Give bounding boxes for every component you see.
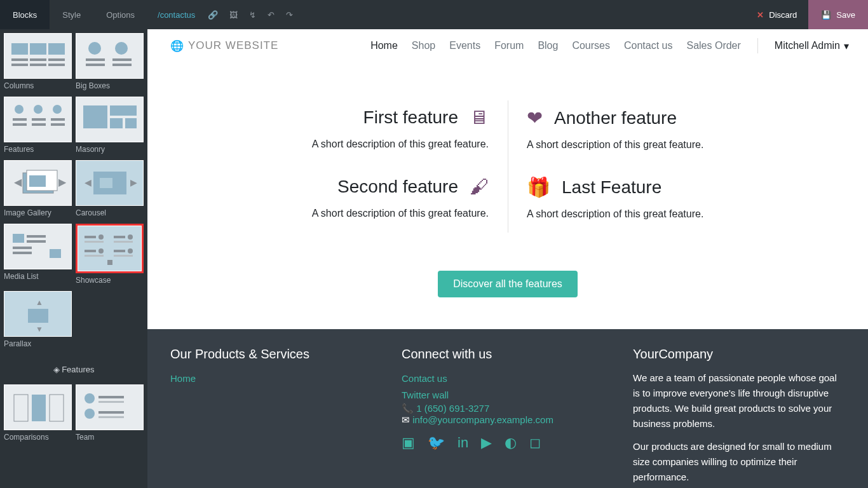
svg-point-44	[98, 234, 104, 240]
svg-text:▲: ▲	[36, 298, 43, 307]
footer-col-connect: Connect with us Contact us Twitter wall …	[402, 347, 614, 488]
block-carousel[interactable]: ◀▶Carousel	[76, 160, 144, 220]
svg-text:▶: ▶	[130, 177, 137, 187]
save-button[interactable]: 💾Save	[808, 0, 868, 29]
nav-forum[interactable]: Forum	[494, 40, 524, 51]
block-label: Big Boxes	[76, 81, 144, 93]
svg-rect-47	[85, 241, 104, 243]
site-nav: Home Shop Events Forum Blog Courses Cont…	[370, 38, 849, 53]
block-masonry[interactable]: Masonry	[76, 97, 144, 156]
cta-button[interactable]: Discover all the features	[438, 271, 578, 297]
nav-courses[interactable]: Courses	[572, 40, 610, 51]
svg-rect-42	[50, 249, 61, 258]
nav-blog[interactable]: Blog	[538, 40, 558, 51]
refresh-icon[interactable]: ↯	[249, 10, 256, 20]
svg-rect-22	[51, 118, 65, 121]
feature-4[interactable]: 🎁Last Feature A short description of thi…	[508, 170, 787, 239]
block-columns[interactable]: Columns	[4, 33, 72, 93]
svg-rect-30	[29, 175, 46, 187]
block-parallax[interactable]: ▲▼Parallax	[4, 291, 72, 351]
tab-options[interactable]: Options	[93, 0, 147, 29]
block-big-boxes[interactable]: Big Boxes	[76, 33, 144, 93]
envelope-icon: ✉	[402, 414, 410, 425]
footer-email[interactable]: info@yourcompany.example.com	[412, 414, 553, 425]
block-label: Carousel	[76, 208, 144, 220]
link-icon[interactable]: 🔗	[208, 10, 218, 20]
image-icon[interactable]: 🖼	[229, 10, 238, 20]
feature-3[interactable]: 🖌Second feature A short description of t…	[228, 170, 508, 239]
nav-contact[interactable]: Contact us	[624, 40, 672, 51]
linkedin-icon[interactable]: in	[458, 435, 468, 451]
svg-point-16	[34, 105, 43, 114]
svg-rect-8	[48, 64, 65, 66]
toolbar-icons: 🔗 🖼 ↯ ↶ ↷	[201, 10, 293, 20]
brush-icon: 🖌	[470, 176, 489, 198]
footer-link-twitter[interactable]: Twitter wall	[402, 387, 614, 403]
website-canvas[interactable]: 🌐 YOUR WEBSITE Home Shop Events Forum Bl…	[147, 29, 868, 488]
facebook-icon[interactable]: ▣	[402, 435, 415, 451]
discard-button[interactable]: ✕Discard	[745, 0, 808, 29]
feature-desc: A short description of this great featur…	[247, 208, 489, 219]
footer-phone[interactable]: 1 (650) 691-3277	[416, 403, 489, 414]
block-media-list[interactable]: Media List	[4, 224, 72, 287]
block-label: Media List	[4, 272, 72, 283]
user-menu[interactable]: Mitchell Admin▾	[775, 40, 849, 52]
tab-style[interactable]: Style	[50, 0, 93, 29]
svg-rect-67	[98, 416, 124, 418]
brand-text: YOUR WEBSITE	[188, 39, 278, 52]
undo-icon[interactable]: ↶	[268, 10, 275, 20]
youtube-icon[interactable]: ▶	[481, 435, 492, 451]
svg-point-52	[128, 248, 133, 254]
svg-rect-12	[86, 64, 105, 66]
site-logo[interactable]: 🌐 YOUR WEBSITE	[170, 39, 278, 53]
footer-col-products: Our Products & Services Home	[170, 347, 383, 488]
gift-icon: 🎁	[527, 176, 550, 198]
site-header: 🌐 YOUR WEBSITE Home Shop Events Forum Bl…	[147, 29, 868, 62]
svg-text:◀: ◀	[85, 177, 92, 187]
nav-sales[interactable]: Sales Order	[686, 40, 740, 51]
footer-heading: Our Products & Services	[170, 347, 383, 362]
save-icon: 💾	[821, 10, 831, 20]
github-icon[interactable]: ◐	[505, 435, 517, 451]
svg-rect-34	[100, 178, 112, 188]
svg-rect-20	[32, 118, 46, 121]
tab-blocks[interactable]: Blocks	[0, 0, 50, 29]
block-image-gallery[interactable]: ◀▶Image Gallery	[4, 160, 72, 220]
instagram-icon[interactable]: ◻	[529, 435, 541, 451]
block-features[interactable]: Features	[4, 97, 72, 156]
svg-rect-53	[85, 255, 104, 257]
close-icon: ✕	[757, 10, 764, 20]
svg-rect-11	[86, 58, 105, 61]
svg-rect-4	[11, 64, 28, 66]
footer-link-home[interactable]: Home	[170, 370, 383, 387]
svg-rect-13	[112, 58, 132, 61]
nav-shop[interactable]: Shop	[412, 40, 435, 51]
svg-rect-64	[98, 401, 124, 403]
svg-rect-66	[98, 411, 124, 414]
nav-events[interactable]: Events	[449, 40, 480, 51]
footer-link-contact[interactable]: Contact us	[402, 370, 614, 387]
block-label: Columns	[4, 81, 72, 93]
nav-home[interactable]: Home	[370, 40, 398, 51]
chevron-down-icon: ▾	[844, 40, 849, 52]
block-team[interactable]: Team	[76, 384, 144, 444]
svg-point-9	[88, 42, 101, 55]
svg-point-46	[128, 234, 133, 240]
redo-icon[interactable]: ↷	[286, 10, 293, 20]
footer-heading: Connect with us	[402, 347, 614, 362]
block-comparisons[interactable]: Comparisons	[4, 384, 72, 444]
svg-rect-14	[112, 64, 132, 66]
svg-rect-60	[32, 395, 46, 421]
footer-heading: YourCompany	[633, 347, 845, 362]
feature-2[interactable]: ❤Another feature A short description of …	[508, 100, 787, 170]
block-showcase[interactable]: Showcase	[76, 224, 144, 287]
breadcrumb-path[interactable]: /contactus	[147, 10, 201, 20]
twitter-icon[interactable]: 🐦	[428, 435, 445, 451]
topbar: Blocks Style Options /contactus 🔗 🖼 ↯ ↶ …	[0, 0, 868, 29]
svg-rect-40	[13, 247, 32, 249]
svg-rect-27	[125, 118, 137, 128]
svg-rect-6	[30, 64, 46, 66]
svg-rect-37	[13, 234, 24, 243]
feature-1[interactable]: 🖥First feature A short description of th…	[228, 100, 508, 170]
svg-text:▶: ▶	[58, 177, 66, 187]
